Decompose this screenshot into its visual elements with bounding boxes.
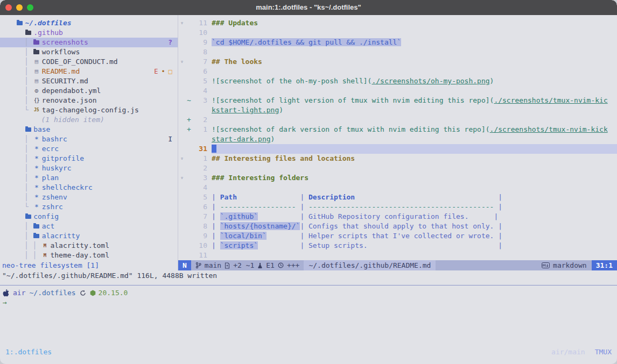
tree-item-ecrc[interactable]: │ *ecrc [0, 144, 178, 154]
tree-item-label: SECURITY.md [42, 76, 88, 86]
filetype-label: markdown [553, 261, 587, 270]
fold-marker[interactable]: ▿ [178, 57, 186, 67]
zoom-button[interactable] [27, 4, 33, 11]
editor-line[interactable]: 6| ------------------ | ----------------… [178, 202, 617, 212]
tmux-window-tab[interactable]: 1:.dotfiles [5, 347, 52, 357]
indent-guide: │ [3, 86, 33, 96]
editor-line[interactable]: 10 [178, 28, 617, 38]
star-file-icon: * [33, 173, 40, 183]
editor-line[interactable]: 8| `hosts/{hostname}/`| Configs that sho… [178, 222, 617, 231]
fold-marker[interactable]: ▿ [178, 173, 186, 183]
tree-item-label: zshenv [42, 192, 67, 202]
status-mark: ? [168, 38, 172, 47]
line-text: `cd $HOME/.dotfiles && git pull && ./ins… [212, 38, 617, 47]
indent-guide: │ [3, 154, 33, 163]
window-title: main:1:.dotfiles - "ks~/.dotfiles" [256, 3, 361, 12]
indent-guide: │ [3, 183, 33, 192]
editor-line[interactable]: ▿1## Interesting files and locations [178, 154, 617, 163]
gitsign-column: + [186, 115, 192, 125]
minimize-button[interactable] [16, 4, 23, 11]
diagnostics-count: E1 [266, 261, 275, 270]
tree-item--dotfiles[interactable]: ~/.dotfiles [0, 18, 178, 28]
tree-item-dependabot-yml[interactable]: │ ⊙dependabot.yml [0, 86, 178, 96]
tree-item-alacritty-toml[interactable]: │ │ Malacritty.toml [0, 241, 178, 251]
editor-line[interactable]: 6 [178, 67, 617, 76]
shell-pane[interactable]: air ~/.dotfiles 20.15.0 → [0, 285, 617, 346]
editor-line[interactable]: 31 [178, 144, 617, 154]
editor-line[interactable]: 2 [178, 163, 617, 173]
line-text: ### Interesting folders [212, 173, 617, 183]
fold-marker[interactable]: ▿ [178, 18, 186, 28]
tree-item--github[interactable]: .github [0, 28, 178, 38]
tree-item-theme-day-toml[interactable]: │ │ Mtheme-day.toml [0, 251, 178, 260]
gitsign-column: + [186, 125, 192, 134]
markdown-link[interactable]: ./screenshots/oh-my-posh.png [371, 77, 489, 85]
toml-file-icon: M [41, 241, 48, 251]
tree-item-readme-md[interactable]: │ ▤README.mdE•□ [0, 67, 178, 76]
prompt-path: ~/.dotfiles [29, 288, 75, 298]
indent-guide: └ [3, 202, 33, 212]
tree-item-label: plan [42, 173, 59, 183]
editor-line[interactable]: 9| `local/bin` | Helper scripts that I'v… [178, 231, 617, 241]
prompt-cursor-line[interactable]: → [0, 298, 617, 308]
tree-item-label: README.md [42, 67, 80, 76]
tmux-statusbar: 1:.dotfiles air/main TMUX [0, 346, 617, 358]
traffic-lights[interactable] [5, 4, 33, 11]
indent-guide: └ [3, 105, 33, 115]
tree-item-security-md[interactable]: │ ▤SECURITY.md [0, 76, 178, 86]
text-segment: | [494, 203, 502, 211]
editor-line[interactable]: 5| Path | Description | [178, 192, 617, 202]
folder-icon [33, 234, 40, 238]
tree-item--1-hidden-item-[interactable]: (1 hidden item) [0, 115, 178, 125]
tree-item-workflows[interactable]: │ workflows [0, 47, 178, 57]
editor-line[interactable]: 5![screenshot of the oh-my-posh shell](.… [178, 76, 617, 86]
tree-item-screenshots[interactable]: │ screenshots? [0, 38, 178, 47]
tree-item-label: base [33, 125, 50, 134]
tree-item-shellcheckrc[interactable]: │ *shellcheckrc [0, 183, 178, 192]
editor-line[interactable]: ▿3### Interesting folders [178, 173, 617, 183]
text-segment: ) [490, 77, 494, 85]
tree-item-renovate-json[interactable]: │ {}renovate.json [0, 96, 178, 105]
text-segment [355, 193, 494, 201]
md-file-icon: ▤ [33, 57, 40, 67]
tree-item-alacritty[interactable]: │ alacritty [0, 231, 178, 241]
editor-line[interactable]: ▿11### Updates [178, 18, 617, 28]
cursor-position: 31:1 [592, 260, 617, 270]
line-text: | `scripts` | Setup scripts. | [212, 241, 617, 251]
tree-item-tag-changelog-config-js[interactable]: └ JStag-changelog-config.js [0, 105, 178, 115]
editor-line[interactable]: 4 [178, 86, 617, 96]
tree-item-plan[interactable]: │ *plan [0, 173, 178, 183]
tree-item-label: (1 hidden item) [41, 115, 104, 125]
editor-line[interactable]: start-dark.png) [178, 134, 617, 144]
tree-item-bashrc[interactable]: │ *bashrcI [0, 134, 178, 144]
editor-line[interactable]: 11 [178, 251, 617, 260]
tree-item-code-of-conduct-md[interactable]: │ ▤CODE_OF_CONDUCT.md [0, 57, 178, 67]
editor-line[interactable]: ~3![screenshot of light version of tmux … [178, 96, 617, 105]
editor-buffer[interactable]: ▿11### Updates109`cd $HOME/.dotfiles && … [178, 15, 617, 260]
editor-line[interactable]: +1![screenshot of dark version of tmux w… [178, 125, 617, 134]
tree-item-huskyrc[interactable]: │ *huskyrc [0, 163, 178, 173]
fold-marker[interactable]: ▿ [178, 154, 186, 163]
editor-line[interactable]: kstart-light.png) [178, 105, 617, 115]
text-segment: Helper scripts that I've collected or wr… [308, 232, 494, 240]
tree-item-config[interactable]: config [0, 212, 178, 222]
file-path: ~/.dotfiles/.github/README.md [304, 260, 436, 270]
tree-item-gitprofile[interactable]: │ *gitprofile [0, 154, 178, 163]
markdown-link[interactable]: kstart-light.png [212, 106, 279, 114]
close-button[interactable] [5, 4, 12, 11]
tree-item-base[interactable]: base [0, 125, 178, 134]
tree-item-zshrc[interactable]: └ *zshrc [0, 202, 178, 212]
editor-line[interactable]: ▿7## The looks [178, 57, 617, 67]
editor-line[interactable]: +2 [178, 115, 617, 125]
editor-line[interactable]: 10| `scripts` | Setup scripts. | [178, 241, 617, 251]
editor-line[interactable]: 9`cd $HOME/.dotfiles && git pull && ./in… [178, 38, 617, 47]
markdown-link[interactable]: ./screenshots/tmux-nvim-kic [494, 96, 607, 104]
markdown-link[interactable]: ./screenshots/tmux-nvim-kick [490, 125, 608, 133]
editor-line[interactable]: 7| `.github` | GitHub Repository configu… [178, 212, 617, 222]
editor-line[interactable]: 8 [178, 47, 617, 57]
markdown-link[interactable]: start-dark.png [212, 135, 271, 143]
tree-item-zshenv[interactable]: │ *zshenv [0, 192, 178, 202]
tree-item-act[interactable]: │ act [0, 222, 178, 231]
git-branch-name: main [205, 261, 221, 270]
editor-line[interactable]: 4 [178, 183, 617, 192]
